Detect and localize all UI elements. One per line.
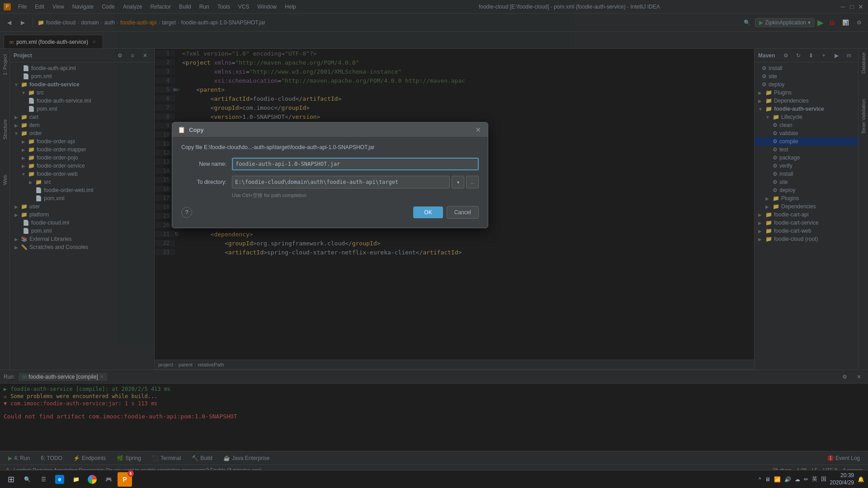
maven-item-cloud-root[interactable]: ▶ 📁 foodie-cloud (root) — [755, 235, 858, 243]
breadcrumb-api[interactable]: foodie-auth-api — [120, 19, 156, 26]
task-view-button[interactable]: ☰ — [36, 472, 51, 487]
maven-item-dependencies-top[interactable]: ▶ 📁 Dependencies — [755, 97, 858, 105]
maven-expand-all-button[interactable]: m — [844, 50, 854, 61]
menu-edit[interactable]: Edit — [31, 3, 48, 11]
run-button[interactable]: ▶ — [817, 18, 824, 28]
run-tab-close-button[interactable]: ✕ — [100, 374, 104, 379]
search-everywhere-button[interactable]: 🔍 — [741, 17, 752, 28]
tree-item-order[interactable]: ▼ 📁 order — [10, 129, 154, 137]
new-name-input[interactable] — [232, 158, 479, 170]
maven-settings-button[interactable]: ⚙ — [780, 50, 791, 61]
menu-vcs[interactable]: VCS — [235, 3, 253, 11]
run-tab[interactable]: ▶ 4: Run — [4, 454, 34, 462]
structure-panel-toggle[interactable]: Structure — [1, 116, 9, 143]
maven-item-site-top[interactable]: ⚙ site — [755, 72, 858, 80]
maven-item-install-top[interactable]: ⚙ install — [755, 64, 858, 72]
tree-item-user[interactable]: ▶ 📁 user — [10, 202, 154, 211]
run-config-selector[interactable]: ▶ ZipkinApplication ▾ — [755, 18, 815, 27]
start-button[interactable]: ⊞ — [4, 472, 18, 487]
breadcrumb-jar[interactable]: foodie-auth-api-1.0-SNAPSHOT.jar — [181, 19, 265, 26]
menu-window[interactable]: Window — [254, 3, 280, 11]
menu-refactor[interactable]: Refactor — [147, 3, 175, 11]
tree-item-order-mapper[interactable]: ▶ 📁 foodie-order-mapper — [10, 145, 154, 154]
dialog-ok-button[interactable]: OK — [413, 206, 443, 218]
maven-item-clean[interactable]: ⚙ clean — [755, 121, 858, 129]
web-panel-toggle[interactable]: Web — [1, 171, 9, 188]
event-log-tab[interactable]: 1 Event Log — [823, 454, 864, 462]
bean-validation-tab[interactable]: Bean Validation — [859, 95, 868, 137]
search-button[interactable]: 🔍 — [20, 472, 34, 487]
maven-item-dependencies[interactable]: ▶ 📁 Dependencies — [755, 202, 858, 211]
maven-item-cart-api[interactable]: ▶ 📁 foodie-cart-api — [755, 211, 858, 219]
tree-item-scratches[interactable]: ▶ ✏️ Scratches and Consoles — [10, 243, 154, 251]
breadcrumb-target[interactable]: target — [162, 19, 176, 26]
sidebar-collapse-button[interactable]: ≡ — [127, 50, 138, 61]
todo-tab[interactable]: 6: TODO — [36, 454, 67, 462]
tree-item-auth-api-iml[interactable]: 📄 foodie-auth-api.iml — [10, 64, 154, 72]
menu-view[interactable]: View — [49, 3, 68, 11]
maven-item-auth-service[interactable]: ▼ 📁 foodie-auth-service — [755, 105, 858, 113]
directory-dropdown-button[interactable]: ▾ — [452, 176, 464, 188]
copy-dialog[interactable]: 📋 Copy ✕ Copy file E:\foodie-cloud\do...… — [172, 122, 488, 228]
tree-item-order-service[interactable]: ▶ 📁 foodie-order-service — [10, 162, 154, 170]
pinned-app-button[interactable]: 🎮 — [101, 472, 116, 487]
maven-refresh-button[interactable]: ↻ — [793, 50, 804, 61]
tree-item-cart[interactable]: ▶ 📁 cart — [10, 113, 154, 121]
run-config-tab[interactable]: m foodie-auth-service [compile] ✕ — [19, 373, 107, 381]
forward-button[interactable]: ▶ — [17, 17, 28, 28]
tree-item-root-pom[interactable]: 📄 pom.xml — [10, 72, 154, 80]
run-with-coverage-button[interactable]: 📊 — [840, 17, 851, 28]
maven-item-install[interactable]: ⚙ install — [755, 170, 858, 178]
back-button[interactable]: ◀ — [4, 17, 14, 28]
notification-center-icon[interactable]: 🔔 — [858, 476, 864, 483]
directory-input[interactable] — [232, 176, 450, 188]
maven-item-plugins[interactable]: ▶ 📁 Plugins — [755, 194, 858, 202]
breadcrumb-auth[interactable]: auth — [104, 19, 115, 26]
maven-download-button[interactable]: ⬇ — [806, 50, 816, 61]
tree-item-auth-service-pom[interactable]: 📄 pom.xml — [10, 105, 154, 113]
menu-run[interactable]: Run — [196, 3, 213, 11]
intellij-taskbar-button[interactable]: P 5 — [118, 472, 132, 487]
maven-item-site[interactable]: ⚙ site — [755, 178, 858, 186]
run-settings-button[interactable]: ⚙ — [839, 371, 850, 382]
maven-item-compile[interactable]: ⚙ compile — [755, 137, 858, 145]
tab-close-button[interactable]: ✕ — [91, 39, 97, 45]
tree-item-order-web[interactable]: ▼ 📁 foodie-order-web — [10, 170, 154, 178]
tree-item-order-api[interactable]: ▶ 📁 foodie-order-api — [10, 137, 154, 145]
chrome-button[interactable] — [85, 472, 99, 487]
tree-item-auth-service[interactable]: ▼ 📁 foodie-auth-service — [10, 80, 154, 89]
tree-item-cloud-pom[interactable]: 📄 pom.xml — [10, 227, 154, 235]
maven-item-cart-service[interactable]: ▶ 📁 foodie-cart-service — [755, 219, 858, 227]
tree-item-external-libraries[interactable]: ▶ 📚 External Libraries — [10, 235, 154, 243]
minimize-button[interactable]: ─ — [839, 3, 846, 10]
maven-item-verify[interactable]: ⚙ verify — [755, 162, 858, 170]
menu-code[interactable]: Code — [98, 3, 118, 11]
explorer-button[interactable]: 📁 — [69, 472, 83, 487]
breadcrumb-project[interactable]: 📁 — [38, 19, 44, 26]
tree-item-order-web-pom[interactable]: 📄 pom.xml — [10, 194, 154, 202]
menu-navigate[interactable]: Navigate — [69, 3, 97, 11]
tree-item-auth-service-iml[interactable]: 📄 foodie-auth-service.iml — [10, 97, 154, 105]
debug-button[interactable]: 🐞 — [826, 17, 837, 28]
database-tab[interactable]: Database — [859, 49, 868, 77]
maven-item-deploy[interactable]: ⚙ deploy — [755, 186, 858, 194]
java-enterprise-tab[interactable]: ☕ Java Enterprise — [219, 454, 274, 462]
maven-item-deploy-top[interactable]: ⚙ deploy — [755, 80, 858, 89]
dialog-cancel-button[interactable]: Cancel — [447, 206, 479, 219]
sidebar-close-button[interactable]: ✕ — [140, 50, 151, 61]
maven-item-validate[interactable]: ⚙ validate — [755, 129, 858, 137]
run-close-button[interactable]: ✕ — [854, 371, 864, 382]
edge-button[interactable]: e — [52, 472, 67, 487]
terminal-tab[interactable]: ⬛ Terminal — [147, 454, 185, 462]
maven-run-button[interactable]: ▶ — [831, 50, 842, 61]
tree-item-order-web-iml[interactable]: 📄 foodie-order-web.iml — [10, 186, 154, 194]
tree-item-cloud-iml[interactable]: 📄 foodie-cloud.iml — [10, 219, 154, 227]
menu-file[interactable]: File — [14, 3, 30, 11]
dialog-close-button[interactable]: ✕ — [473, 125, 482, 134]
endpoints-tab[interactable]: ⚡ Endpoints — [69, 454, 110, 462]
directory-browse-button[interactable]: ... — [466, 176, 479, 188]
maven-item-plugins-top[interactable]: ▶ 📁 Plugins — [755, 89, 858, 97]
project-panel-toggle[interactable]: 1: Project — [1, 51, 9, 79]
build-tab[interactable]: 🔨 Build — [187, 454, 217, 462]
menu-analyze[interactable]: Analyze — [119, 3, 146, 11]
